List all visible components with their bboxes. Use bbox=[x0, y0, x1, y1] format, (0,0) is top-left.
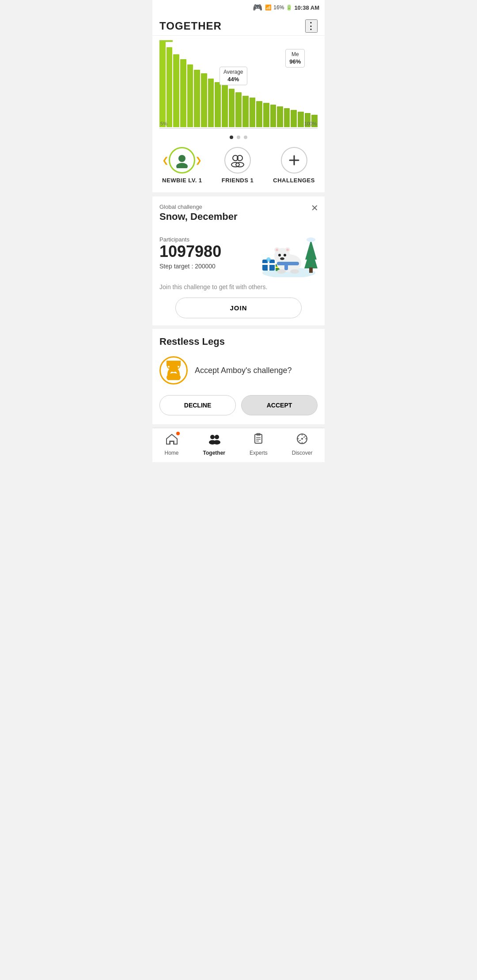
svg-point-31 bbox=[277, 269, 286, 274]
discover-svg bbox=[296, 433, 308, 445]
chart-bar-5 bbox=[194, 70, 200, 127]
user-avatar-svg bbox=[174, 152, 190, 168]
svg-point-42 bbox=[215, 435, 219, 439]
nav-label-experts: Experts bbox=[250, 450, 268, 456]
chart-bar-16 bbox=[270, 105, 276, 127]
chart-avg-label: Average bbox=[223, 69, 243, 76]
bottom-nav: Home Together Experts bbox=[152, 428, 325, 462]
challenge-info: Participants 1097980 Step target : 20000… bbox=[159, 236, 221, 270]
chart-bar-15 bbox=[263, 103, 269, 127]
stat-item-challenges[interactable]: CHALLENGES bbox=[273, 147, 315, 184]
home-icon bbox=[166, 433, 178, 448]
chart-bar-4 bbox=[187, 64, 193, 127]
svg-point-25 bbox=[286, 249, 289, 251]
svg-point-50 bbox=[301, 438, 303, 440]
svg-point-12 bbox=[307, 237, 315, 242]
svg-rect-39 bbox=[177, 374, 180, 376]
chart-bar-6 bbox=[201, 73, 207, 127]
participants-count: 1097980 bbox=[159, 243, 221, 260]
chart-tooltip-average: Average 44% bbox=[220, 67, 247, 85]
svg-point-26 bbox=[278, 254, 281, 256]
chart-bar-0 bbox=[159, 40, 166, 127]
more-menu-button[interactable]: ⋮ bbox=[305, 19, 318, 33]
rank-icon-circle: ❮ ❯ bbox=[169, 147, 195, 173]
svg-point-1 bbox=[176, 163, 188, 168]
nav-label-discover: Discover bbox=[292, 450, 313, 456]
pagination-dot-2[interactable] bbox=[237, 136, 240, 139]
stat-item-rank[interactable]: ❮ ❯ NEWBIE LV. 1 bbox=[162, 147, 202, 184]
user-stats-row: ❮ ❯ NEWBIE LV. 1 FRIENDS 1 bbox=[152, 142, 325, 193]
battery-icon: 🔋 bbox=[286, 4, 292, 11]
challenge-title: Snow, December bbox=[159, 211, 318, 222]
svg-point-43 bbox=[213, 440, 220, 445]
restless-legs-card: Restless Legs Accept Amboy's challenge? … bbox=[152, 329, 325, 424]
status-time: 10:38 AM bbox=[294, 4, 319, 11]
global-challenge-card: Global challenge Snow, December ✕ Partic… bbox=[152, 196, 325, 325]
chart-bar-7 bbox=[208, 79, 214, 127]
join-button[interactable]: JOIN bbox=[175, 298, 302, 318]
chart-bar-10 bbox=[229, 89, 235, 127]
chart-bar-14 bbox=[256, 101, 262, 127]
chart-label-left: 5% bbox=[160, 121, 167, 126]
nav-item-together[interactable]: Together bbox=[203, 433, 225, 456]
amboy-avatar-svg bbox=[164, 361, 183, 380]
friends-label: FRIENDS 1 bbox=[222, 177, 254, 184]
decline-button[interactable]: DECLINE bbox=[159, 395, 236, 415]
chart-bar-11 bbox=[235, 92, 242, 127]
status-bar: 🎮 📶 16% 🔋 10:38 AM bbox=[152, 0, 325, 15]
challenge-close-button[interactable]: ✕ bbox=[311, 203, 318, 213]
chart-bar-3 bbox=[180, 59, 186, 127]
chart-bar-18 bbox=[284, 108, 290, 127]
chart-bar-1 bbox=[167, 47, 173, 127]
chart-container: 5% 100% Average 44% Me 96% bbox=[159, 40, 318, 128]
nav-label-together: Together bbox=[203, 450, 225, 456]
svg-point-23 bbox=[276, 249, 278, 251]
experts-svg bbox=[252, 433, 265, 445]
chart-bar-2 bbox=[173, 54, 179, 127]
rank-label: NEWBIE LV. 1 bbox=[162, 177, 202, 184]
nav-item-discover[interactable]: Discover bbox=[292, 433, 313, 456]
svg-line-56 bbox=[303, 437, 305, 437]
friends-svg bbox=[230, 152, 246, 168]
svg-rect-30 bbox=[284, 264, 288, 270]
wifi-icon: 📶 bbox=[265, 4, 272, 11]
challenges-label: CHALLENGES bbox=[273, 177, 315, 184]
together-svg bbox=[208, 433, 220, 445]
chart-me-label: Me bbox=[289, 51, 301, 58]
experts-icon bbox=[252, 433, 265, 448]
svg-rect-11 bbox=[309, 268, 313, 273]
pagination-dot-3[interactable] bbox=[244, 136, 247, 139]
pagination-dot-1[interactable] bbox=[230, 136, 233, 139]
chart-me-value: 96% bbox=[289, 58, 301, 66]
accept-button[interactable]: ACCEPT bbox=[241, 395, 318, 415]
svg-point-40 bbox=[210, 435, 215, 439]
svg-rect-15 bbox=[262, 263, 275, 265]
svg-point-0 bbox=[178, 155, 186, 162]
challenges-icon-circle bbox=[281, 147, 307, 173]
challenge-body: Participants 1097980 Step target : 20000… bbox=[159, 229, 318, 277]
svg-point-32 bbox=[290, 269, 299, 274]
nav-item-home[interactable]: Home bbox=[165, 433, 179, 456]
svg-point-16 bbox=[266, 257, 271, 262]
polar-bear-illustration bbox=[260, 229, 318, 277]
chart-avg-value: 44% bbox=[223, 76, 243, 83]
chart-bar-17 bbox=[277, 106, 283, 127]
chart-top-bar bbox=[159, 40, 173, 42]
avatar-wing-left: ❮ bbox=[162, 155, 169, 165]
stat-item-friends[interactable]: FRIENDS 1 bbox=[222, 147, 254, 184]
chart-bar-19 bbox=[291, 110, 297, 127]
svg-point-27 bbox=[284, 254, 286, 256]
challenge-tag: Global challenge bbox=[159, 204, 318, 210]
status-icons: 📶 16% 🔋 10:38 AM bbox=[265, 4, 319, 11]
challenges-svg bbox=[286, 152, 302, 168]
svg-rect-29 bbox=[277, 262, 299, 265]
challenge-invite: Accept Amboy's challenge? bbox=[159, 356, 318, 393]
nav-item-experts[interactable]: Experts bbox=[250, 433, 268, 456]
challenge-avatar-icon bbox=[159, 356, 188, 384]
challenge-buttons: DECLINE ACCEPT bbox=[159, 395, 318, 415]
discover-icon bbox=[296, 433, 308, 448]
chart-bar-13 bbox=[250, 98, 256, 127]
together-icon bbox=[208, 433, 220, 448]
svg-line-55 bbox=[299, 440, 301, 441]
chart-tooltip-me: Me 96% bbox=[285, 49, 305, 68]
